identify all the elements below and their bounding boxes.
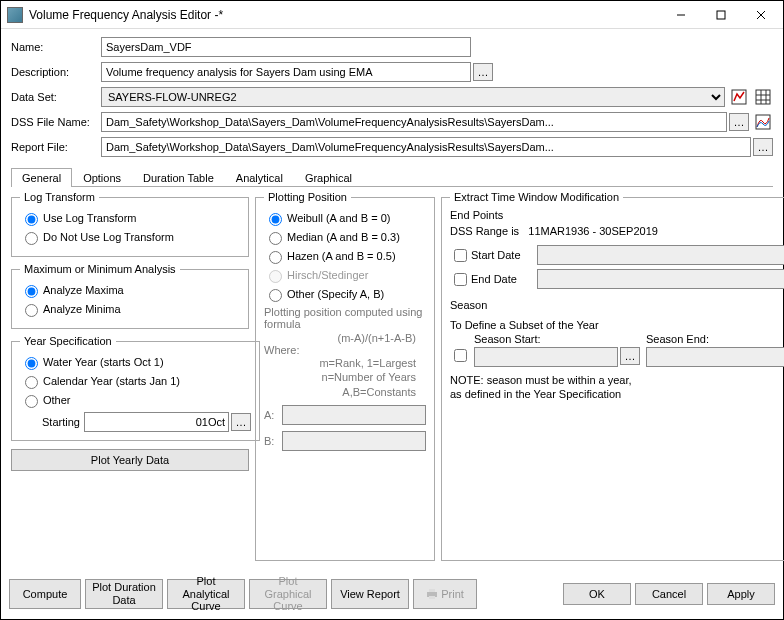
tab-general[interactable]: General (11, 168, 72, 187)
plot-dataset-icon[interactable] (729, 87, 749, 107)
description-input[interactable] (101, 62, 471, 82)
print-button: Print (413, 579, 477, 609)
end-date-label: End Date (471, 273, 537, 285)
year-spec-legend: Year Specification (20, 335, 116, 347)
log-transform-legend: Log Transform (20, 191, 99, 203)
maxmin-legend: Maximum or Minimum Analysis (20, 263, 180, 275)
end-date-input (537, 269, 784, 289)
window-title: Volume Frequency Analysis Editor -* (29, 8, 661, 22)
use-log-transform-radio[interactable] (25, 213, 38, 226)
compute-button[interactable]: Compute (9, 579, 81, 609)
endpoints-label: End Points (450, 209, 784, 221)
table-dataset-icon[interactable] (753, 87, 773, 107)
window: Volume Frequency Analysis Editor -* Name… (0, 0, 784, 620)
description-label: Description: (11, 66, 101, 78)
dssrange-value: 11MAR1936 - 30SEP2019 (528, 225, 658, 237)
hazen-label: Hazen (A and B = 0.5) (287, 250, 396, 262)
tab-bar: General Options Duration Table Analytica… (11, 168, 773, 187)
tab-duration-table[interactable]: Duration Table (132, 168, 225, 187)
description-browse-button[interactable]: … (473, 63, 493, 81)
plot-yearly-data-button[interactable]: Plot Yearly Data (11, 449, 249, 471)
dssfile-input[interactable] (101, 112, 727, 132)
plotting-def3: A,B=Constants (264, 385, 426, 399)
svg-rect-1 (717, 11, 725, 19)
app-icon (7, 7, 23, 23)
reportfile-input[interactable] (101, 137, 751, 157)
plotting-def2: n=Number of Years (264, 370, 426, 384)
other-year-radio[interactable] (25, 395, 38, 408)
season-start-label: Season Start: (474, 333, 640, 345)
season-label: Season (450, 299, 784, 311)
hirsch-radio (269, 270, 282, 283)
view-report-button[interactable]: View Report (331, 579, 409, 609)
dssfile-browse-button[interactable]: … (729, 113, 749, 131)
tab-body: Log Transform Use Log Transform Do Not U… (11, 187, 773, 567)
start-date-input (537, 245, 784, 265)
start-date-checkbox[interactable] (454, 249, 467, 262)
svg-rect-13 (429, 596, 435, 599)
no-log-transform-radio[interactable] (25, 232, 38, 245)
hazen-radio[interactable] (269, 251, 282, 264)
minimize-button[interactable] (661, 2, 701, 28)
note-line2: as defined in the Year Specification (450, 387, 784, 401)
svg-rect-12 (429, 589, 435, 592)
name-input[interactable] (101, 37, 471, 57)
tab-graphical[interactable]: Graphical (294, 168, 363, 187)
plotting-formula: (m-A)/(n+1-A-B) (264, 332, 426, 344)
plot-analytical-curve-button[interactable]: Plot Analytical Curve (167, 579, 245, 609)
starting-input[interactable] (84, 412, 229, 432)
season-start-browse[interactable]: … (620, 347, 640, 365)
plotting-position-group: Plotting Position Weibull (A and B = 0) … (255, 191, 435, 561)
plot-graphical-curve-button: Plot Graphical Curve (249, 579, 327, 609)
dataset-select[interactable]: SAYERS-FLOW-UNREG2 (101, 87, 725, 107)
print-icon (426, 588, 438, 600)
cancel-button[interactable]: Cancel (635, 583, 703, 605)
other-pp-radio[interactable] (269, 289, 282, 302)
a-input (282, 405, 426, 425)
maximize-button[interactable] (701, 2, 741, 28)
dss-curve-icon[interactable] (753, 112, 773, 132)
time-window-legend: Extract Time Window Modification (450, 191, 623, 203)
water-year-radio[interactable] (25, 357, 38, 370)
plotting-desc: Plotting position computed using formula (264, 306, 426, 330)
water-year-label: Water Year (starts Oct 1) (43, 356, 164, 368)
content: Name: Description: … Data Set: SAYERS-FL… (1, 29, 783, 573)
no-log-transform-label: Do Not Use Log Transform (43, 231, 174, 243)
hirsch-label: Hirsch/Stedinger (287, 269, 368, 281)
weibull-radio[interactable] (269, 213, 282, 226)
ok-button[interactable]: OK (563, 583, 631, 605)
reportfile-label: Report File: (11, 141, 101, 153)
a-label: A: (264, 409, 282, 421)
plotting-def1: m=Rank, 1=Largest (264, 356, 426, 370)
time-window-group: Extract Time Window Modification End Poi… (441, 191, 784, 561)
subset-label: To Define a Subset of the Year (450, 319, 784, 331)
dataset-label: Data Set: (11, 91, 101, 103)
year-spec-group: Year Specification Water Year (starts Oc… (11, 335, 260, 441)
starting-label: Starting (42, 416, 84, 428)
calendar-year-radio[interactable] (25, 376, 38, 389)
season-end-label: Season End: (646, 333, 784, 345)
close-button[interactable] (741, 2, 781, 28)
dssrange-label: DSS Range is (450, 225, 519, 237)
note-line1: NOTE: season must be within a year, (450, 373, 784, 387)
tab-analytical[interactable]: Analytical (225, 168, 294, 187)
plot-duration-data-button[interactable]: Plot Duration Data (85, 579, 163, 609)
season-checkbox[interactable] (454, 349, 467, 362)
starting-browse-button[interactable]: … (231, 413, 251, 431)
median-radio[interactable] (269, 232, 282, 245)
end-date-checkbox[interactable] (454, 273, 467, 286)
other-pp-label: Other (Specify A, B) (287, 288, 384, 300)
apply-button[interactable]: Apply (707, 583, 775, 605)
analyze-maxima-radio[interactable] (25, 285, 38, 298)
footer: Compute Plot Duration Data Plot Analytic… (1, 573, 783, 619)
name-label: Name: (11, 41, 101, 53)
start-date-label: Start Date (471, 249, 537, 261)
dssfile-label: DSS File Name: (11, 116, 101, 128)
median-label: Median (A and B = 0.3) (287, 231, 400, 243)
tab-options[interactable]: Options (72, 168, 132, 187)
other-year-label: Other (43, 394, 71, 406)
titlebar: Volume Frequency Analysis Editor -* (1, 1, 783, 29)
reportfile-browse-button[interactable]: … (753, 138, 773, 156)
log-transform-group: Log Transform Use Log Transform Do Not U… (11, 191, 249, 257)
analyze-minima-radio[interactable] (25, 304, 38, 317)
